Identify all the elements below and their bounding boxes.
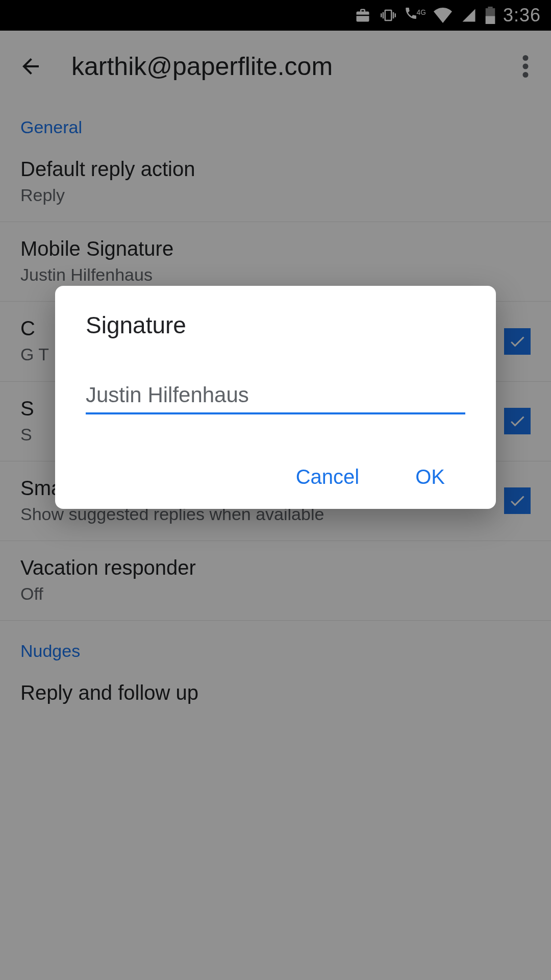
- dialog-actions: Cancel OK: [86, 465, 465, 488]
- signature-dialog: Signature Cancel OK: [55, 286, 496, 509]
- dialog-title: Signature: [86, 311, 465, 339]
- dialog-scrim[interactable]: Signature Cancel OK: [0, 0, 551, 980]
- signature-input[interactable]: [86, 380, 465, 414]
- ok-button[interactable]: OK: [415, 465, 445, 488]
- cancel-button[interactable]: Cancel: [296, 465, 360, 488]
